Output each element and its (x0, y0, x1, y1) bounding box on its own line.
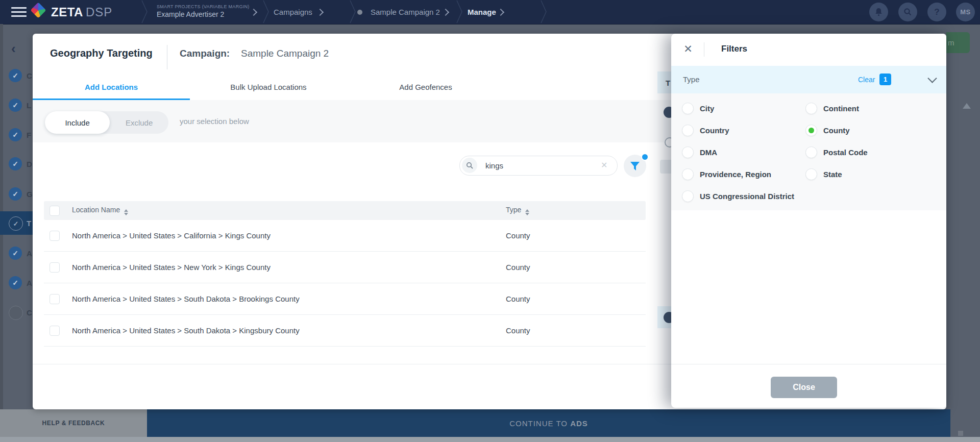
help-feedback-label: HELP & FEEDBACK (42, 420, 105, 427)
chevron-right-icon (250, 9, 257, 16)
breadcrumb-manage[interactable]: Manage (468, 8, 496, 16)
title-divider (167, 45, 167, 69)
scrollbar-corner (958, 431, 963, 436)
include-exclude-toggle: Include Exclude (45, 111, 168, 134)
filter-options-grid: City Continent Country County DMA Postal… (671, 93, 946, 210)
tab-bar: Add Locations Bulk Upload Locations Add … (33, 74, 505, 101)
select-all-checkbox[interactable] (50, 206, 60, 216)
location-name-cell: North America > United States > South Da… (72, 294, 506, 303)
table-header-row: Location Name Type (44, 201, 646, 220)
radio-option-continent[interactable]: Continent (805, 97, 957, 119)
step-complete-icon[interactable] (9, 99, 22, 112)
continue-label-bold: ADS (570, 419, 588, 428)
step-pending-icon[interactable] (9, 306, 23, 320)
location-type-cell: County (506, 263, 608, 272)
back-button[interactable]: ‹ (11, 41, 22, 54)
breadcrumb-campaign[interactable]: Sample Campaign 2 (371, 8, 440, 16)
notifications-button[interactable] (869, 3, 888, 21)
clear-search-icon[interactable]: ✕ (601, 160, 610, 169)
row-checkbox[interactable] (50, 231, 60, 241)
search-icon (903, 8, 912, 16)
step-complete-icon[interactable] (9, 247, 22, 260)
column-type: Type (506, 206, 521, 214)
tab-add-geofences[interactable]: Add Geofences (347, 74, 504, 100)
sort-icon[interactable] (525, 209, 529, 215)
row-checkbox[interactable] (50, 262, 60, 273)
clear-filters-link[interactable]: Clear (858, 76, 875, 84)
campaign-name: Sample Campaign 2 (241, 48, 329, 59)
radio-icon (805, 168, 817, 180)
page-title: Geography Targeting (50, 47, 153, 59)
breadcrumb-separator-icon (456, 0, 463, 23)
chevron-right-icon (497, 9, 504, 16)
step-complete-icon[interactable] (9, 187, 22, 201)
bottom-strip (0, 437, 980, 442)
table-row: North America > United States > South Da… (44, 283, 646, 315)
radio-option-us-congressional-district[interactable]: US Congressional District (682, 185, 957, 207)
top-navbar: ZETA DSP SMART PROJECTS (VARIABLE MARGIN… (0, 0, 980, 24)
radio-option-dma[interactable]: DMA (682, 141, 805, 163)
hamburger-menu-icon[interactable] (11, 7, 27, 17)
active-filter-count-badge: 1 (879, 73, 891, 85)
chevron-right-icon (442, 9, 449, 16)
scroll-up-arrow-icon (963, 103, 971, 109)
search-input[interactable] (484, 157, 589, 175)
tab-add-locations[interactable]: Add Locations (33, 74, 190, 100)
chevron-right-icon (316, 9, 324, 16)
exclude-toggle[interactable]: Exclude (110, 111, 168, 134)
step-complete-icon[interactable] (9, 276, 22, 289)
drawer-title: Filters (721, 44, 747, 54)
help-feedback-bar[interactable]: HELP & FEEDBACK (0, 409, 147, 437)
table-row: North America > United States > South Da… (44, 315, 646, 347)
radio-option-postal-code[interactable]: Postal Code (805, 141, 957, 163)
step-complete-icon[interactable] (9, 69, 22, 82)
funnel-icon (630, 161, 640, 171)
step-complete-icon[interactable] (9, 157, 22, 170)
step-complete-icon[interactable] (9, 128, 22, 141)
column-location-name: Location Name (72, 206, 120, 214)
bell-icon (874, 8, 883, 17)
radio-option-state[interactable]: State (805, 163, 957, 185)
filter-group-type: Type Clear 1 (671, 66, 946, 93)
app-root: ZETA DSP SMART PROJECTS (VARIABLE MARGIN… (0, 0, 980, 442)
locations-table: Location Name Type North America > Unite… (44, 201, 646, 347)
include-toggle[interactable]: Include (45, 111, 110, 134)
close-button[interactable]: Close (771, 377, 837, 398)
radio-icon (805, 146, 817, 158)
breadcrumb-campaigns[interactable]: Campaigns (274, 8, 312, 16)
help-button[interactable]: ? (927, 3, 946, 21)
continue-to-ads-button[interactable]: CONTINUE TO ADS (147, 409, 950, 437)
campaign-status-dot-icon (357, 10, 362, 15)
breadcrumb-advertiser-label: Example Advertiser 2 (157, 10, 250, 18)
chevron-down-icon[interactable] (927, 73, 937, 83)
radio-selected-icon (805, 125, 817, 136)
row-checkbox[interactable] (50, 326, 60, 336)
tab-bulk-upload-locations[interactable]: Bulk Upload Locations (190, 74, 347, 100)
drawer-footer-divider (671, 364, 946, 364)
radio-option-providence-region[interactable]: Providence, Region (682, 163, 805, 185)
radio-icon (682, 125, 694, 136)
breadcrumb-advertiser[interactable]: SMART PROJECTS (VARIABLE MARGIN) Example… (157, 4, 250, 18)
continue-label: CONTINUE TO (509, 419, 570, 428)
radio-icon (682, 168, 694, 180)
sort-icon[interactable] (124, 209, 128, 215)
radio-icon (805, 103, 817, 114)
step-active-icon[interactable] (9, 216, 23, 231)
radio-option-county[interactable]: County (805, 119, 957, 141)
radio-icon (682, 190, 694, 202)
radio-option-country[interactable]: Country (682, 119, 805, 141)
filter-group-label: Type (683, 75, 700, 84)
rail-label: T (666, 79, 670, 87)
save-button-fragment: m (946, 32, 970, 53)
row-checkbox[interactable] (50, 294, 60, 304)
radio-option-city[interactable]: City (682, 97, 805, 119)
close-drawer-icon[interactable]: ✕ (681, 42, 695, 56)
user-avatar[interactable]: MS (956, 3, 975, 21)
location-name-cell: North America > United States > Californ… (72, 231, 506, 240)
table-row: North America > United States > Californ… (44, 220, 646, 252)
filters-drawer: ✕ Filters Type Clear 1 City Continent Co… (671, 34, 946, 408)
brand-dsp: DSP (86, 5, 112, 19)
brand-zeta: ZETA (51, 5, 83, 19)
global-search-button[interactable] (898, 3, 917, 21)
breadcrumb-project-label: SMART PROJECTS (VARIABLE MARGIN) (157, 4, 250, 9)
